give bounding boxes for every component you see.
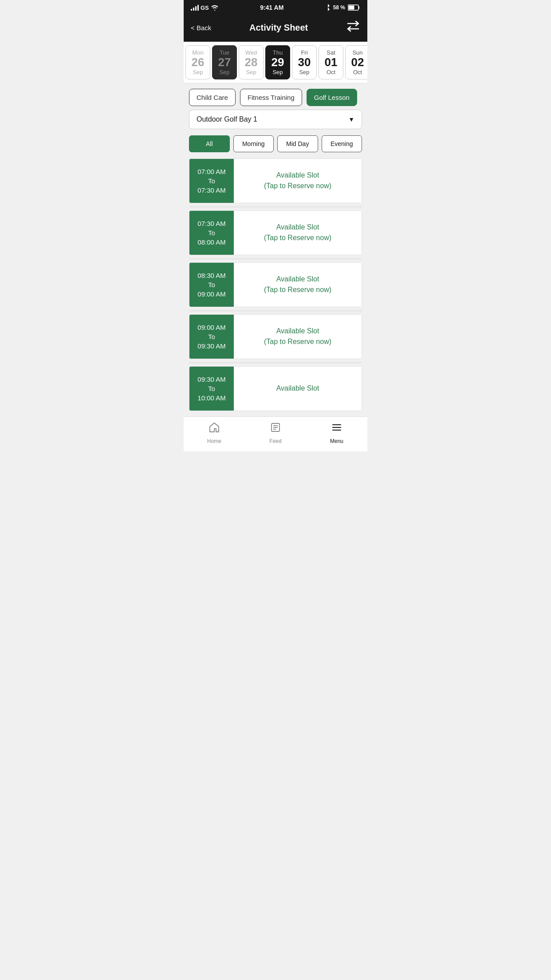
calendar-day-wed[interactable]: Wed 28 Sep bbox=[239, 45, 264, 79]
calendar-day-thu[interactable]: Thu 29 Sep bbox=[265, 45, 290, 79]
period-tabs: AllMorningMid DayEvening bbox=[184, 131, 367, 157]
status-bar: GS 9:41 AM 58 % bbox=[184, 0, 367, 15]
nav-menu-icon bbox=[331, 421, 343, 436]
activity-tab-0[interactable]: Child Care bbox=[189, 89, 236, 106]
slot-time: 09:00 AMTo09:30 AM bbox=[189, 315, 234, 359]
cal-day-num: 26 bbox=[192, 56, 205, 69]
slot-row[interactable]: 07:30 AMTo08:00 AM Available Slot(Tap to… bbox=[189, 210, 362, 255]
bottom-nav: Home Feed Menu bbox=[184, 416, 367, 451]
slot-available-text: Available Slot bbox=[276, 383, 319, 394]
cal-day-month: Oct bbox=[327, 69, 335, 75]
cal-day-month: Sep bbox=[246, 69, 256, 75]
period-tab-all[interactable]: All bbox=[189, 135, 230, 152]
period-tab-morning[interactable]: Morning bbox=[233, 135, 274, 152]
slot-content: Available Slot(Tap to Reserve now) bbox=[234, 159, 362, 203]
carrier-label: GS bbox=[201, 4, 209, 11]
status-left: GS bbox=[191, 4, 219, 11]
activity-tab-2[interactable]: Golf Lesson bbox=[307, 89, 357, 106]
location-text: Outdoor Golf Bay 1 bbox=[197, 115, 257, 123]
nav-item-home[interactable]: Home bbox=[184, 421, 245, 444]
cal-day-num: 02 bbox=[351, 56, 364, 69]
cal-day-num: 30 bbox=[298, 56, 311, 69]
slot-divider bbox=[189, 206, 362, 208]
wifi-icon bbox=[211, 4, 219, 11]
slot-content: Available Slot(Tap to Reserve now) bbox=[234, 263, 362, 307]
period-tab-evening[interactable]: Evening bbox=[322, 135, 362, 152]
battery-icon bbox=[348, 4, 360, 11]
calendar-day-mon[interactable]: Mon 26 Sep bbox=[185, 45, 210, 79]
nav-label: Feed bbox=[269, 438, 281, 444]
back-button[interactable]: < Back bbox=[191, 24, 211, 32]
period-tab-mid-day[interactable]: Mid Day bbox=[277, 135, 318, 152]
cal-day-num: 28 bbox=[245, 56, 258, 69]
cal-day-month: Sep bbox=[299, 69, 309, 75]
cal-day-name: Fri bbox=[301, 49, 307, 56]
cal-day-month: Sep bbox=[272, 69, 283, 75]
slot-available-text: Available Slot(Tap to Reserve now) bbox=[264, 274, 331, 295]
calendar-day-fri[interactable]: Fri 30 Sep bbox=[292, 45, 317, 79]
slot-content: Available Slot(Tap to Reserve now) bbox=[234, 315, 362, 359]
calendar-day-sat[interactable]: Sat 01 Oct bbox=[319, 45, 343, 79]
slot-content: Available Slot bbox=[234, 367, 362, 411]
status-time: 9:41 AM bbox=[260, 4, 283, 11]
activity-tab-1[interactable]: Fitness Training bbox=[240, 89, 302, 106]
cal-day-num: 27 bbox=[218, 56, 231, 69]
nav-home-icon bbox=[208, 421, 220, 436]
dropdown-arrow-icon: ▼ bbox=[348, 116, 354, 123]
slot-available-text: Available Slot(Tap to Reserve now) bbox=[264, 170, 331, 191]
slot-time: 09:30 AMTo10:00 AM bbox=[189, 367, 234, 411]
cal-day-num: 01 bbox=[325, 56, 338, 69]
cal-day-name: Thu bbox=[273, 49, 283, 56]
cal-day-name: Sun bbox=[352, 49, 362, 56]
cal-day-month: Oct bbox=[353, 69, 362, 75]
cal-day-name: Tue bbox=[220, 49, 229, 56]
slot-time: 08:30 AMTo09:00 AM bbox=[189, 263, 234, 307]
cal-day-name: Sat bbox=[327, 49, 335, 56]
nav-item-feed[interactable]: Feed bbox=[245, 421, 306, 444]
nav-label: Home bbox=[207, 438, 221, 444]
slot-divider bbox=[189, 310, 362, 312]
slot-row[interactable]: 07:00 AMTo07:30 AM Available Slot(Tap to… bbox=[189, 158, 362, 203]
signal-icon bbox=[191, 5, 199, 11]
slots-container: 07:00 AMTo07:30 AM Available Slot(Tap to… bbox=[184, 157, 367, 416]
slot-divider bbox=[189, 258, 362, 260]
slot-content: Available Slot(Tap to Reserve now) bbox=[234, 211, 362, 255]
slot-time: 07:00 AMTo07:30 AM bbox=[189, 159, 234, 203]
nav-label: Menu bbox=[330, 438, 343, 444]
cal-day-num: 29 bbox=[272, 56, 284, 69]
status-right: 58 % bbox=[325, 4, 360, 12]
bluetooth-icon bbox=[325, 4, 331, 12]
calendar-strip: Mon 26 Sep Tue 27 Sep Wed 28 Sep Thu 29 … bbox=[184, 42, 367, 83]
slot-row[interactable]: 09:00 AMTo09:30 AM Available Slot(Tap to… bbox=[189, 314, 362, 359]
calendar-day-sun[interactable]: Sun 02 Oct bbox=[345, 45, 367, 79]
nav-item-menu[interactable]: Menu bbox=[306, 421, 367, 444]
slot-available-text: Available Slot(Tap to Reserve now) bbox=[264, 222, 331, 243]
page-title: Activity Sheet bbox=[249, 23, 308, 33]
activity-tabs: Child CareFitness TrainingGolf Lesson bbox=[184, 83, 367, 110]
slot-row[interactable]: 09:30 AMTo10:00 AM Available Slot bbox=[189, 366, 362, 411]
cal-day-name: Wed bbox=[245, 49, 257, 56]
slot-row[interactable]: 08:30 AMTo09:00 AM Available Slot(Tap to… bbox=[189, 262, 362, 307]
calendar-day-tue[interactable]: Tue 27 Sep bbox=[212, 45, 237, 79]
battery-percent: 58 % bbox=[333, 4, 345, 11]
cal-day-month: Sep bbox=[193, 69, 203, 75]
slot-divider bbox=[189, 362, 362, 364]
app-header: < Back Activity Sheet bbox=[184, 15, 367, 42]
svg-rect-1 bbox=[348, 6, 354, 10]
cal-day-month: Sep bbox=[219, 69, 229, 75]
swap-icon[interactable] bbox=[346, 20, 360, 35]
cal-day-name: Mon bbox=[192, 49, 203, 56]
nav-feed-icon bbox=[269, 421, 282, 436]
location-dropdown[interactable]: Outdoor Golf Bay 1 ▼ bbox=[189, 110, 362, 129]
slot-time: 07:30 AMTo08:00 AM bbox=[189, 211, 234, 255]
slot-available-text: Available Slot(Tap to Reserve now) bbox=[264, 326, 331, 347]
